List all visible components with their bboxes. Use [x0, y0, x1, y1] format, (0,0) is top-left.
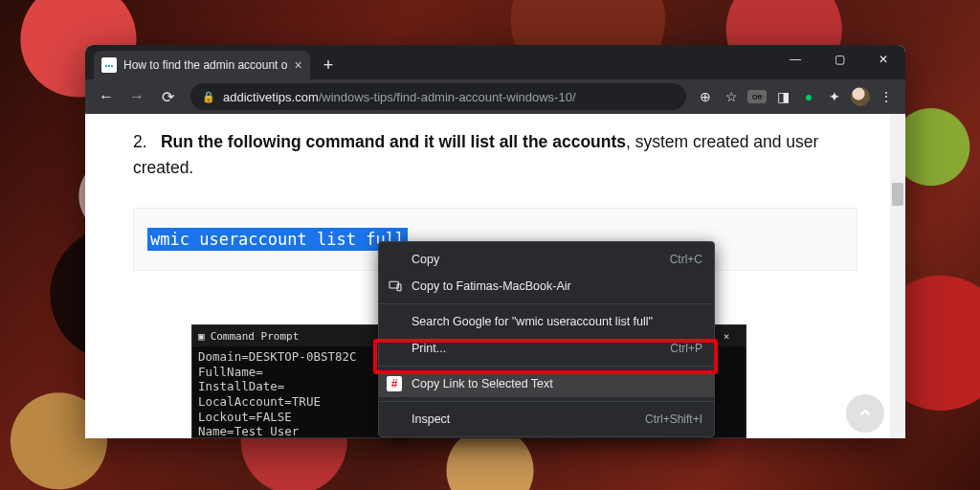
url-text: addictivetips.com/windows-tips/find-admi… — [223, 90, 576, 104]
window-controls: — ▢ ✕ — [773, 45, 905, 74]
forward-button[interactable]: → — [123, 83, 150, 110]
selected-code: wmic useraccount list full — [147, 228, 408, 251]
close-window-button[interactable]: ✕ — [861, 45, 905, 74]
zoom-icon[interactable]: ⊕ — [696, 87, 715, 106]
menu-copy[interactable]: CopyCtrl+C — [379, 246, 714, 273]
menu-separator — [379, 401, 714, 402]
scroll-to-top-button[interactable] — [846, 394, 884, 433]
menu-copy-to-device[interactable]: Copy to Fatimas-MacBook-Air — [379, 273, 714, 300]
extension-grammarly-icon[interactable]: ● — [799, 87, 818, 106]
new-tab-button[interactable]: + — [310, 56, 347, 79]
cmd-close-icon[interactable]: × — [713, 330, 740, 343]
back-button[interactable]: ← — [93, 83, 120, 110]
hash-icon: # — [387, 376, 402, 391]
extensions-puzzle-icon[interactable]: ✦ — [825, 87, 844, 106]
lock-icon: 🔒 — [202, 91, 215, 103]
toolbar: ← → ⟳ 🔒 addictivetips.com/windows-tips/f… — [85, 79, 905, 114]
list-number: 2. — [133, 129, 156, 155]
cmd-icon: ▣ — [198, 330, 205, 343]
extension-off-badge[interactable]: Off — [747, 90, 767, 103]
minimize-button[interactable]: — — [773, 45, 817, 74]
toolbar-actions: ⊕ ☆ Off ◨ ● ✦ ⋮ — [696, 87, 898, 106]
extension-tag-icon[interactable]: ◨ — [773, 87, 792, 106]
maximize-button[interactable]: ▢ — [817, 45, 861, 74]
cmd-title-text: Command Prompt — [211, 330, 300, 343]
instruction-bold: Run the following command and it will li… — [161, 132, 626, 151]
devices-icon — [387, 278, 404, 295]
scrollbar[interactable] — [890, 114, 905, 438]
scrollbar-thumb[interactable] — [892, 183, 903, 206]
menu-separator — [379, 303, 714, 304]
address-bar[interactable]: 🔒 addictivetips.com/windows-tips/find-ad… — [190, 83, 686, 110]
bookmark-star-icon[interactable]: ☆ — [722, 87, 741, 106]
menu-copy-link-selected-text[interactable]: # Copy Link to Selected Text — [379, 370, 714, 397]
tab-title: How to find the admin account o — [123, 58, 287, 72]
menu-inspect[interactable]: InspectCtrl+Shift+I — [379, 406, 714, 433]
tab-strip: ••• How to find the admin account o × + … — [85, 45, 905, 79]
svg-rect-1 — [397, 284, 401, 291]
profile-avatar[interactable] — [851, 87, 870, 106]
kebab-menu-icon[interactable]: ⋮ — [877, 87, 896, 106]
reload-button[interactable]: ⟳ — [154, 83, 181, 110]
context-menu: CopyCtrl+C Copy to Fatimas-MacBook-Air S… — [378, 241, 715, 437]
menu-separator — [379, 366, 714, 367]
menu-search-google[interactable]: Search Google for "wmic useraccount list… — [379, 308, 714, 335]
menu-print[interactable]: Print...Ctrl+P — [379, 335, 714, 362]
article-text: 2. Run the following command and it will… — [133, 129, 858, 181]
favicon-icon: ••• — [101, 57, 117, 73]
browser-tab[interactable]: ••• How to find the admin account o × — [94, 51, 310, 79]
close-tab-icon[interactable]: × — [294, 57, 301, 73]
